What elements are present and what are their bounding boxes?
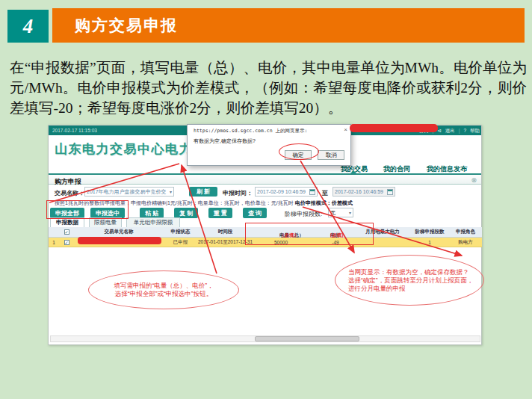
time-to-value: 2017-02-16 10:46:59 <box>335 189 383 194</box>
annotation-note-right: 当网页显示：有数据为空，确定保存数据？ 选择“确定”，页面跳转至分月计划上报页面… <box>335 255 484 306</box>
browser-alert-dialog: https://pmos.sd.sgcc.com.cn 上的网页显示: × 有数… <box>187 124 351 166</box>
calendar-icon[interactable] <box>309 189 315 195</box>
refresh-button[interactable]: 刷 新 <box>189 187 217 197</box>
redaction-unit-name <box>78 237 161 244</box>
close-circle-icon[interactable]: ⊗ <box>471 176 477 184</box>
chevron-down-icon: ▾ <box>170 189 172 194</box>
note-left-line1: 填写需申报的“电量（总）、电价”， <box>114 282 213 290</box>
close-icon[interactable]: × <box>344 126 347 133</box>
dialog-title: https://pmos.sd.sgcc.com.cn 上的网页显示: <box>194 128 339 134</box>
dialog-cancel-button[interactable]: 取消 <box>318 150 344 160</box>
tab-unit-group-quota[interactable]: 单元组申报限额 <box>126 217 180 227</box>
logout-link[interactable]: 退出 <box>445 128 455 134</box>
row-index: 1 <box>49 240 59 245</box>
annotation-note-left: 填写需申报的“电量（总）、电价”， 选择“申报全部”或“申报选中”按钮。 <box>88 270 239 309</box>
time-from-input[interactable]: 2017-02-09 10:46:59 <box>255 187 318 197</box>
help-icon: ? <box>463 128 466 134</box>
notice-mode-text: 电价申报模式：价差模式 <box>295 200 353 205</box>
time-from-value: 2017-02-09 10:46:59 <box>257 189 306 194</box>
row-checkbox[interactable]: ✓ <box>64 240 69 245</box>
trade-name-select[interactable]: 2017年电力用户直接交易中竞价交 ▾ <box>84 187 174 197</box>
slide-number-badge: 4 <box>7 10 49 43</box>
paste-button[interactable]: 粘 贴 <box>140 208 164 218</box>
slide-title-bar: 购方交易申报 <box>52 8 525 43</box>
to-label: 至 <box>322 189 328 197</box>
scrollbar-thumb[interactable] <box>255 336 359 341</box>
section-title: 购方申报 <box>55 177 81 187</box>
logout-icon: ⊲ <box>437 128 441 134</box>
annotation-rect-energy-price-columns <box>245 223 374 245</box>
select-all-checkbox[interactable]: ✓ <box>64 229 69 235</box>
topbar-timestamp: 2017-02-17 11:15:03 <box>52 128 97 133</box>
note-right-line3: 进行分月电量的申报 <box>348 285 406 293</box>
note-right-line1: 当网页显示：有数据为空，确定保存数据？ <box>348 268 469 276</box>
dialog-message: 有数据为空,确定保存数据? <box>194 137 256 145</box>
row-role: 购电方 <box>449 239 482 246</box>
chevron-down-icon: ▾ <box>349 210 351 215</box>
separator: | <box>459 128 460 134</box>
slide-title: 购方交易申报 <box>75 15 178 36</box>
calendar-icon[interactable] <box>387 189 393 195</box>
col-ladder: 阶梯申报段数 <box>410 229 449 235</box>
declare-time-label: 申报时间： <box>223 189 253 197</box>
ladder-label: 阶梯申报段数: <box>285 210 322 218</box>
col-status: 申报状态 <box>164 229 197 235</box>
ladder-select[interactable]: 无 ▾ <box>328 208 353 217</box>
col-role: 申报角色 <box>449 229 482 235</box>
time-to-input[interactable]: 2017-02-16 10:46:59 <box>332 187 395 197</box>
slide-body-text: 在“申报数据”页面，填写电量（总）、电价，其中电量单位为MWh。电价单位为元/M… <box>10 58 527 118</box>
copy-button[interactable]: 复 制 <box>174 208 198 218</box>
help-link[interactable]: 帮助 <box>470 128 480 134</box>
query-button[interactable]: 查 询 <box>243 208 267 218</box>
reset-button[interactable]: 重 置 <box>208 208 232 218</box>
trade-name-value: 2017年电力用户直接交易中竞价交 <box>87 188 167 196</box>
annotation-rect-declare-buttons <box>46 200 129 219</box>
redaction-username <box>350 124 438 132</box>
section-bar: 购方申报 ⊗ <box>49 173 481 185</box>
annotation-ellipse-ok-button <box>279 143 319 160</box>
note-right-line2: 选择“确定”，页面跳转至分月计划上报页面， <box>348 276 473 285</box>
note-left-line2: 选择“申报全部”或“申报选中”按钮。 <box>115 290 212 298</box>
trade-name-label: 交易名称： <box>55 189 84 197</box>
ladder-value: 无 <box>330 209 335 217</box>
row-status: 已申报 <box>164 239 197 246</box>
row-ladder: 1 <box>410 240 449 245</box>
col-unit-name: 交易单元名称 <box>74 229 164 235</box>
slide: 4 购方交易申报 在“申报数据”页面，填写电量（总）、电价，其中电量单位为MWh… <box>0 0 532 399</box>
